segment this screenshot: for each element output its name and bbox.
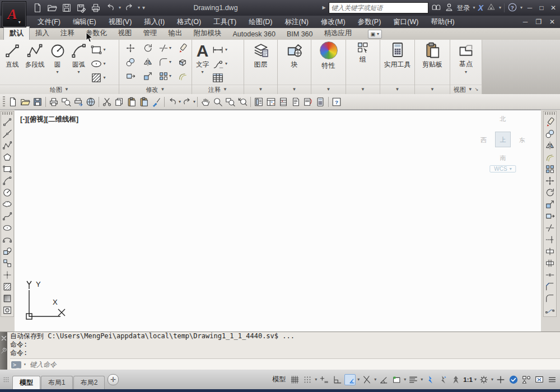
leader-tool-button[interactable]: ▾	[212, 58, 227, 70]
tb-designcenter-button[interactable]	[265, 96, 277, 108]
circle-tool-button[interactable]: 圆 ▾	[48, 41, 68, 85]
object-snap-button[interactable]	[361, 374, 372, 385]
insert-block-button[interactable]	[2, 246, 13, 257]
arc-dropdown-icon[interactable]: ▾	[77, 70, 80, 74]
panel-draw-footer[interactable]: 绘图▼	[0, 85, 119, 94]
erase-button[interactable]	[544, 116, 556, 128]
toolbar-grip[interactable]	[3, 96, 5, 108]
group-icon[interactable]	[357, 41, 369, 54]
explode-tool-button[interactable]	[178, 57, 188, 67]
line-button[interactable]	[2, 116, 13, 128]
layout2-tab[interactable]: 布局2	[73, 376, 105, 389]
viewcube-wcs-menu[interactable]: WCS▾	[489, 165, 516, 172]
viewcube-west[interactable]: 西	[480, 136, 487, 144]
text-tool-button[interactable]: A 文字 ▾	[194, 41, 211, 85]
copy-button[interactable]	[544, 128, 556, 139]
table-tool-button[interactable]	[212, 72, 227, 84]
dynamic-ucs-button[interactable]	[391, 374, 402, 385]
tb-markup-button[interactable]	[302, 96, 314, 108]
tb-quickcalc-button[interactable]	[314, 96, 326, 108]
circle-dropdown-icon[interactable]: ▾	[56, 70, 58, 74]
tb-cut-button[interactable]	[101, 96, 113, 108]
command-customize-icon[interactable]	[0, 347, 8, 354]
maximize-button[interactable]: □	[537, 4, 546, 12]
tb-3dconnexion-button[interactable]	[85, 96, 97, 108]
spline-button[interactable]	[2, 211, 13, 222]
tb-help-button[interactable]: ?	[330, 96, 343, 108]
menu-file[interactable]: 文件(F)	[31, 16, 67, 28]
menu-view[interactable]: 视图(V)	[102, 16, 138, 28]
text-dropdown-icon[interactable]: ▾	[201, 70, 203, 74]
polyline-button[interactable]	[2, 140, 13, 151]
infer-constraints-button[interactable]	[319, 374, 330, 385]
ellipse-arc-button[interactable]	[2, 234, 13, 245]
base-point-icon[interactable]	[458, 41, 474, 58]
break-button[interactable]	[544, 258, 556, 269]
properties-color-wheel-icon[interactable]	[320, 41, 338, 59]
offset-tool-button[interactable]	[178, 71, 188, 81]
plot-button[interactable]	[90, 2, 102, 14]
panel-view-footer[interactable]: 视图▼↘	[450, 85, 482, 94]
tb-undo-button[interactable]	[166, 96, 179, 108]
annotation-monitor-button[interactable]	[495, 374, 506, 385]
layout-quickview-icon[interactable]	[2, 376, 10, 384]
mirror-button[interactable]	[544, 140, 556, 151]
panel-annotation-footer[interactable]: 注释▼	[192, 85, 244, 94]
menu-help[interactable]: 帮助(H)	[424, 16, 460, 28]
annotation-objects-button[interactable]	[408, 374, 419, 385]
layout1-tab[interactable]: 布局1	[41, 376, 73, 389]
grid-display-button[interactable]	[289, 374, 300, 385]
recent-commands-icon[interactable]: ▾	[24, 362, 26, 367]
viewcube-east[interactable]: 东	[519, 136, 525, 144]
panel-group-footer[interactable]: ▼	[346, 85, 380, 94]
array-tool-button[interactable]: ▾	[158, 71, 171, 81]
base-dropdown-icon[interactable]: ▾	[465, 70, 467, 74]
polar-dropdown-icon[interactable]: ▾	[357, 377, 360, 382]
circle-button[interactable]	[2, 187, 13, 198]
scale-tool-button[interactable]	[143, 71, 153, 81]
viewcube-north[interactable]: 北	[500, 115, 506, 123]
break-at-point-button[interactable]	[544, 246, 556, 257]
menu-modify[interactable]: 修改(M)	[315, 16, 352, 28]
tab-bim360[interactable]: BIM 360	[281, 29, 319, 40]
viewport-controls[interactable]: [-][俯视][二维线框]	[20, 115, 78, 124]
annotation-visibility-button[interactable]	[424, 374, 436, 385]
ellipse-button[interactable]	[2, 222, 13, 234]
new-file-button[interactable]	[31, 2, 44, 14]
scale-dropdown-icon[interactable]: ▾	[474, 377, 477, 382]
ortho-mode-button[interactable]	[332, 374, 343, 385]
viewcube[interactable]: 北 西 东 南 上 WCS▾	[480, 114, 525, 174]
polyline-tool-button[interactable]: 多段线	[24, 41, 46, 85]
new-layout-button[interactable]: ✛	[108, 374, 119, 385]
trim-tool-button[interactable]: ▾	[158, 43, 171, 53]
open-file-button[interactable]	[46, 2, 58, 14]
tb-match-properties-button[interactable]	[150, 96, 162, 108]
tb-new-button[interactable]	[7, 96, 19, 108]
autoscale-button[interactable]	[437, 374, 449, 385]
point-button[interactable]	[2, 269, 13, 281]
undo-button[interactable]	[104, 2, 116, 14]
arc-button[interactable]	[2, 175, 13, 186]
panel-properties-footer[interactable]: ▼	[311, 85, 346, 94]
qat-customize-icon[interactable]: ▾	[142, 5, 145, 11]
layers-icon[interactable]	[253, 41, 269, 58]
chamfer-button[interactable]	[544, 281, 556, 292]
rectangle-tool-button[interactable]: ▾	[90, 44, 106, 56]
clean-screen-button[interactable]	[534, 374, 545, 385]
tb-zoom-previous-button[interactable]	[236, 96, 249, 108]
erase-tool-button[interactable]	[178, 43, 188, 53]
polygon-button[interactable]	[2, 152, 13, 163]
ribbon-collapse-button[interactable]: ▣▾	[368, 30, 382, 39]
snap-dropdown-icon[interactable]: ▾	[315, 377, 317, 382]
close-button[interactable]: ✕	[549, 4, 558, 12]
view-launcher-icon[interactable]: ↘	[475, 87, 479, 92]
command-close-icon[interactable]	[0, 334, 8, 342]
doc-close-button[interactable]: ✕	[548, 18, 557, 26]
panel-clipboard-footer[interactable]: ▼	[415, 85, 450, 94]
tab-addins[interactable]: 附加模块	[188, 27, 227, 40]
menu-dimension[interactable]: 标注(N)	[279, 16, 315, 28]
clipboard-icon[interactable]	[424, 41, 441, 58]
snap-mode-button[interactable]	[302, 374, 313, 385]
tab-home[interactable]: 默认	[3, 26, 30, 40]
array-button[interactable]	[544, 164, 556, 175]
